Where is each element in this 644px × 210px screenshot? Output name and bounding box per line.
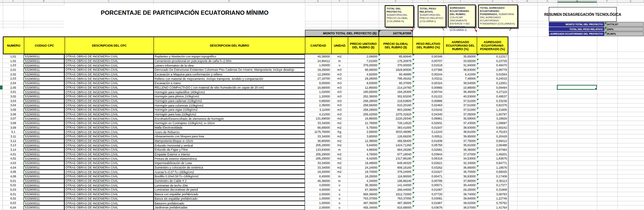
cell-peso-relativo[interactable]: 0,03211 [413, 76, 444, 81]
cell-peso-relativo[interactable]: 0,01087 [413, 188, 444, 192]
row-gutter[interactable] [0, 86, 3, 90]
cell-agregado-ponderado[interactable]: 0,12501 [477, 81, 508, 86]
cell-cantidad[interactable]: 131,69000 [305, 116, 331, 121]
row-gutter[interactable] [0, 205, 3, 210]
cell-descripcion-cpc[interactable]: OTRAS OBRAS DE INGENIERIA CIVIL [64, 179, 154, 183]
cell-numero[interactable]: 4,03 [3, 161, 24, 165]
cell-agregado-rubro[interactable]: 39,74000 [444, 192, 477, 197]
cell-cantidad[interactable]: 36,80000 [305, 139, 331, 143]
cell-peso-relativo[interactable]: 0,01547 [413, 126, 444, 130]
cell-descripcion-cpc[interactable]: OTRAS OBRAS DE INGENIERIA CIVIL [64, 68, 154, 72]
cell-agregado-rubro[interactable]: 30,44000 [444, 183, 477, 188]
row-gutter[interactable] [0, 143, 3, 148]
cell-descripcion-cpc[interactable]: OTRAS OBRAS DE INGENIERIA CIVIL [64, 134, 154, 139]
cell-agregado-ponderado[interactable]: 0,20428 [477, 134, 508, 139]
cell-descripcion-cpc[interactable]: OTRAS OBRAS DE INGENIERIA CIVIL [64, 121, 154, 126]
cell-cantidad[interactable]: 66,68000 [305, 126, 331, 130]
cell-codigo-cpc[interactable]: 532900011 [24, 188, 64, 192]
cell-agregado-ponderado[interactable]: 0,17377 [477, 183, 508, 188]
cell-codigo-cpc[interactable]: 532900011 [24, 72, 64, 77]
cell-cantidad[interactable]: 2,00000 [305, 192, 331, 197]
cell-descripcion-cpc[interactable]: OTRAS OBRAS DE INGENIERIA CIVIL [64, 103, 154, 108]
cell-precio-unitario[interactable]: 8,93000 [348, 81, 379, 86]
cell-codigo-cpc[interactable]: 532900011 [24, 116, 64, 121]
cell-precio-global[interactable]: 664,29280 [379, 148, 413, 152]
row-gutter[interactable] [0, 90, 3, 94]
cell-precio-unitario[interactable]: 2,58000 [348, 130, 379, 134]
cell-descripcion-cpc[interactable]: OTRAS OBRAS DE INGENIERIA CIVIL [64, 152, 154, 157]
cell-precio-global[interactable]: 763,37000 [379, 197, 413, 201]
cell-numero[interactable]: 2,05 [3, 86, 24, 90]
cell-precio-global[interactable]: 184,26300 [379, 90, 413, 94]
cell-numero[interactable]: 4,05 [3, 170, 24, 174]
cell-agregado-ponderado[interactable]: 0,09494 [477, 86, 508, 90]
cell-codigo-cpc[interactable]: 532900011 [24, 183, 64, 188]
row-gutter[interactable] [0, 99, 3, 103]
cell-peso-relativo[interactable]: 0,07386 [413, 68, 444, 72]
cell-descripcion-rubro[interactable]: Hormigón para losa 210kg/cm2 [154, 112, 305, 117]
cell-agregado-ponderado[interactable]: 3,06783 [477, 192, 508, 197]
cell-cantidad[interactable]: 27,18700 [305, 76, 331, 81]
cell-agregado-rubro[interactable]: 38,57000 [444, 205, 477, 210]
cell-peso-relativo[interactable]: 0,02931 [413, 121, 444, 126]
cell-precio-global[interactable]: 214,24760 [379, 86, 413, 90]
cell-precio-global[interactable]: 1317,96180 [379, 156, 413, 161]
cell-peso-relativo[interactable]: 0,02463 [413, 103, 444, 108]
cell-cantidad[interactable]: 1175,76000 [305, 130, 331, 134]
cell-unidad[interactable]: m3 [331, 81, 348, 86]
cell-agregado-ponderado[interactable]: 0,56025 [477, 170, 508, 174]
row-gutter[interactable] [0, 112, 3, 117]
header-peso-relativo[interactable]: PESO RELATIVO DEL RUBRO (%) [413, 37, 444, 54]
cell-descripcion-rubro[interactable]: Enlucido Horizontal y vertical [154, 143, 305, 148]
cell-numero[interactable]: 3,14 [3, 148, 24, 152]
cell-precio-global[interactable]: 126,69200 [379, 134, 413, 139]
banner-label-cell[interactable]: MONTO TOTAL DEL PROYECTO ($): [305, 30, 379, 36]
cell-cantidad[interactable]: 0,85000 [305, 99, 331, 103]
cell-agregado-rubro[interactable]: 36,70000 [444, 170, 477, 174]
row-gutter[interactable] [0, 183, 3, 188]
cell-descripcion-cpc[interactable]: OTRAS OBRAS DE INGENIERIA CIVIL [64, 197, 154, 201]
cell-precio-global[interactable]: 487,36000 [379, 201, 413, 205]
cell-unidad[interactable]: m [331, 174, 348, 179]
cell-precio-unitario[interactable]: 258,56000 [348, 103, 379, 108]
cell-peso-relativo[interactable]: 0,00795 [413, 179, 444, 183]
cell-precio-global[interactable]: 803,25080 [379, 108, 413, 112]
header-descripcion-rubro[interactable]: DESCRIPCION DEL RUBRO [154, 37, 305, 54]
row-gutter[interactable] [0, 81, 3, 86]
cell-unidad[interactable]: m2 [331, 161, 348, 165]
column-header-K[interactable]: K [477, 0, 508, 2]
cell-descripcion-rubro[interactable]: Hormigón para plintos 210kg/cm2 [154, 94, 305, 99]
cell-precio-unitario[interactable]: 487,36000 [348, 201, 379, 205]
cell-agregado-rubro[interactable]: 36,46000 [444, 90, 477, 94]
cell-precio-global[interactable]: 80,37000 [379, 81, 413, 86]
cell-precio-unitario[interactable]: 12,86000 [348, 86, 379, 90]
cell-descripcion-rubro[interactable]: Impermeabilización de Losa [154, 161, 305, 165]
cell-codigo-cpc[interactable]: 532900011 [24, 99, 64, 103]
cell-cantidad[interactable]: 16,66000 [305, 86, 331, 90]
cell-descripcion-rubro[interactable]: Empaste Exterior e Interior [154, 152, 305, 157]
cell-unidad[interactable]: m3 [331, 99, 348, 103]
cell-numero[interactable]: 4,04 [3, 165, 24, 170]
cell-codigo-cpc[interactable]: 532900011 [24, 143, 64, 148]
column-header-J[interactable]: J [444, 0, 477, 2]
cell-agregado-rubro[interactable]: 29,25000 [444, 188, 477, 192]
cell-precio-global[interactable]: 2220,29340 [379, 116, 413, 121]
cell-peso-relativo[interactable]: 0,01518 [413, 63, 444, 68]
fill-handle[interactable] [595, 88, 597, 90]
cell-precio-global[interactable]: 302,83200 [379, 94, 413, 99]
cell-precio-unitario[interactable]: 18,25000 [348, 174, 379, 179]
cell-agregado-ponderado[interactable]: 1,60797 [477, 112, 508, 117]
cell-agregado-ponderado[interactable]: 0,17409 [477, 174, 508, 179]
cell-codigo-cpc[interactable]: 532900011 [24, 197, 64, 201]
cell-codigo-cpc[interactable]: 532900011 [24, 54, 64, 59]
cell-cantidad[interactable]: 1,02000 [305, 90, 331, 94]
cell-peso-relativo[interactable]: 0,03242 [413, 108, 444, 112]
cell-cantidad[interactable]: 2,00000 [305, 205, 331, 210]
cell-unidad[interactable]: m3 [331, 86, 348, 90]
cell-descripcion-rubro[interactable]: Excavación a mano [154, 81, 305, 86]
column-header-P[interactable]: P [597, 0, 617, 2]
cell-cantidad[interactable]: 33,34000 [305, 121, 331, 126]
cell-agregado-rubro[interactable]: 37,05000 [444, 112, 477, 117]
cell-numero[interactable]: 5,01 [3, 179, 24, 183]
cell-agregado-rubro[interactable]: 36,93000 [444, 174, 477, 179]
